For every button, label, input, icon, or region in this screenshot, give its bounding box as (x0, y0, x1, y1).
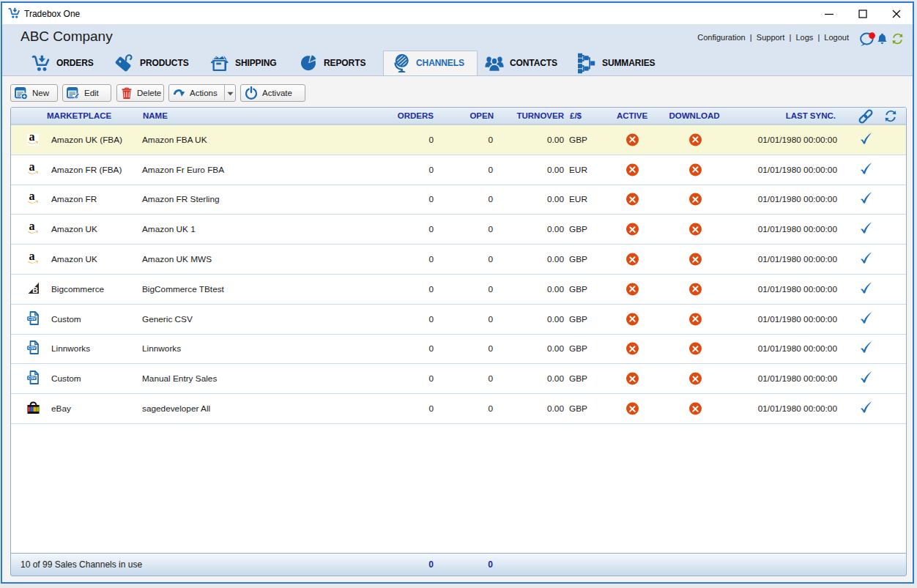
svg-text:CSV: CSV (28, 316, 36, 321)
svg-text:CSV: CSV (28, 376, 36, 380)
svg-text:B: B (32, 285, 38, 294)
svg-text:CSV: CSV (28, 346, 36, 350)
